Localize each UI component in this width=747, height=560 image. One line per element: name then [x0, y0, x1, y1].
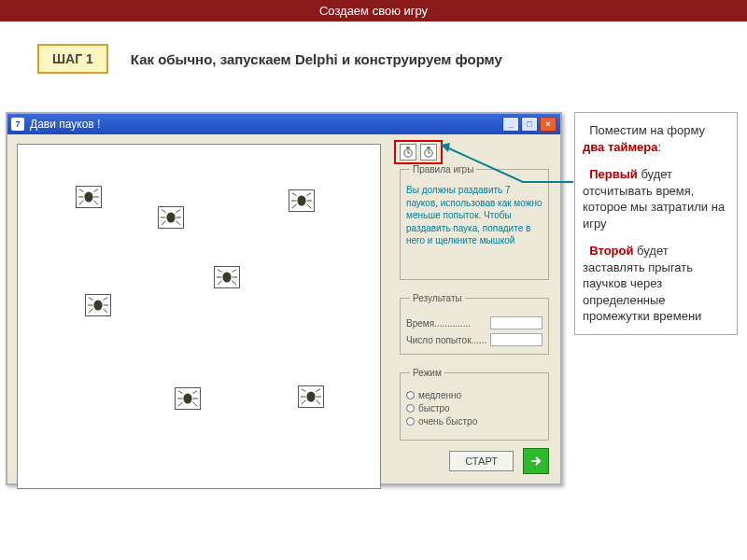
- svg-line-24: [89, 309, 93, 314]
- svg-line-15: [292, 193, 297, 196]
- radio-slow[interactable]: медленно: [406, 390, 543, 400]
- maximize-button[interactable]: □: [521, 117, 538, 132]
- sidebar-p1b: два таймера: [583, 140, 658, 154]
- results-panel: Результаты Время.............. Число поп…: [400, 293, 549, 355]
- svg-point-14: [297, 196, 305, 206]
- spider-sprite[interactable]: [289, 189, 315, 212]
- mode-panel: Режим медленно быстро очень быстро: [400, 368, 549, 441]
- results-title: Результаты: [410, 293, 465, 303]
- svg-line-32: [233, 270, 237, 273]
- delphi-window: 7 Дави пауков ! _ □ ×: [6, 112, 562, 485]
- svg-line-36: [178, 391, 183, 394]
- spider-sprite[interactable]: [158, 206, 184, 229]
- titlebar: 7 Дави пауков ! _ □ ×: [7, 114, 560, 134]
- svg-line-6: [94, 201, 99, 205]
- svg-line-34: [233, 281, 237, 286]
- svg-line-38: [178, 402, 183, 407]
- tries-label: Число попыток......: [406, 335, 486, 345]
- minimize-button[interactable]: _: [502, 117, 519, 132]
- timer2-component[interactable]: [420, 144, 437, 161]
- svg-line-17: [292, 204, 297, 209]
- svg-line-11: [176, 210, 181, 213]
- svg-point-35: [183, 394, 191, 404]
- spider-sprite[interactable]: [298, 385, 324, 408]
- svg-line-31: [218, 281, 222, 286]
- svg-line-4: [94, 189, 99, 192]
- arrow-right-icon: [529, 455, 543, 468]
- svg-point-7: [166, 213, 175, 223]
- spider-sprite[interactable]: [85, 294, 111, 316]
- svg-line-46: [317, 389, 321, 392]
- close-button[interactable]: ×: [540, 117, 557, 132]
- svg-line-13: [176, 221, 181, 226]
- svg-point-0: [84, 192, 92, 203]
- start-button[interactable]: СТАРТ: [449, 451, 514, 471]
- radio-fast-label: быстро: [418, 403, 450, 413]
- svg-line-18: [307, 193, 312, 196]
- time-field[interactable]: [490, 316, 543, 329]
- svg-point-42: [306, 392, 315, 402]
- svg-line-29: [218, 270, 222, 273]
- sidebar-p3a: Второй: [589, 244, 633, 258]
- radio-veryfast[interactable]: очень быстро: [406, 416, 543, 427]
- spider-sprite[interactable]: [175, 387, 201, 410]
- time-label: Время..............: [406, 318, 471, 329]
- svg-point-28: [222, 273, 231, 283]
- timers-highlight: [394, 140, 443, 164]
- radio-veryfast-label: очень быстро: [418, 416, 477, 427]
- rules-panel: Правила игры Вы должны раздавить 7 пауко…: [400, 164, 549, 280]
- mode-title: Режим: [410, 368, 444, 378]
- svg-line-39: [193, 391, 198, 394]
- commentary-sidebar: Поместим на форму два таймера: Первый бу…: [574, 112, 738, 335]
- svg-line-20: [307, 204, 312, 209]
- sidebar-p1c: :: [658, 140, 662, 154]
- header-row: ШАГ 1 Как обычно, запускаем Delphi и кон…: [0, 21, 747, 83]
- svg-point-21: [93, 301, 102, 311]
- svg-rect-52: [406, 147, 410, 149]
- svg-line-45: [302, 400, 306, 405]
- svg-line-27: [104, 309, 108, 314]
- svg-line-10: [162, 221, 166, 226]
- timer1-component[interactable]: [400, 144, 416, 161]
- rules-title: Правила игры: [410, 164, 476, 175]
- radio-fast[interactable]: быстро: [406, 403, 543, 413]
- svg-line-41: [193, 402, 198, 407]
- rules-text: Вы должны раздавить 7 пауков, использова…: [406, 184, 543, 247]
- page-banner: Создаем свою игру: [0, 0, 747, 21]
- svg-line-3: [79, 201, 84, 205]
- spider-sprite[interactable]: [76, 186, 102, 208]
- window-title: Дави пауков !: [30, 118, 100, 131]
- sidebar-p2a: Первый: [589, 167, 638, 181]
- spider-sprite[interactable]: [214, 266, 240, 288]
- delphi-icon: 7: [11, 118, 24, 131]
- svg-line-22: [89, 298, 93, 301]
- svg-line-43: [302, 389, 306, 392]
- svg-line-25: [104, 298, 108, 301]
- svg-line-48: [317, 400, 321, 405]
- next-button[interactable]: [523, 448, 549, 474]
- svg-line-8: [162, 210, 166, 213]
- svg-rect-56: [427, 147, 430, 149]
- tries-field[interactable]: [490, 333, 543, 346]
- sidebar-p1a: Поместим на форму: [589, 123, 705, 137]
- form-body: Правила игры Вы должны раздавить 7 пауко…: [7, 134, 560, 483]
- step-badge: ШАГ 1: [37, 44, 108, 74]
- radio-slow-label: медленно: [418, 390, 461, 400]
- svg-line-1: [79, 189, 84, 192]
- instruction-text: Как обычно, запускаем Delphi и конструир…: [131, 51, 502, 67]
- play-canvas[interactable]: [17, 144, 381, 489]
